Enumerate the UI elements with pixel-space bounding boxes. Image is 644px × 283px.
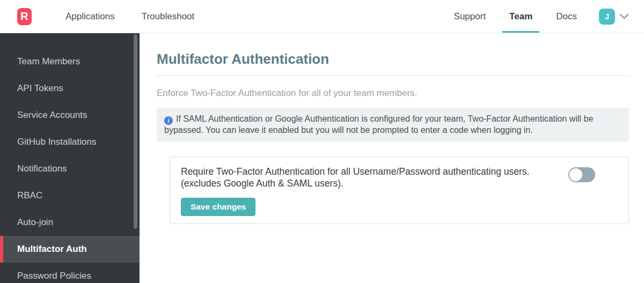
mfa-requirement-line1: Require Two-Factor Authentication for al… [181, 166, 529, 177]
main-content: Multifactor Authentication Enforce Two-F… [140, 33, 644, 283]
avatar[interactable]: J [599, 9, 615, 25]
nav-item-troubleshoot[interactable]: Troubleshoot [135, 0, 202, 33]
sidebar-item-notifications[interactable]: Notifications [0, 155, 140, 182]
chevron-down-icon[interactable] [619, 13, 629, 20]
nav-item-team[interactable]: Team [502, 0, 539, 33]
page-description: Enforce Two-Factor Authentication for al… [157, 88, 629, 99]
sidebar-item-auto-join[interactable]: Auto-join [0, 209, 140, 236]
mfa-toggle-knob [569, 168, 582, 181]
title-divider [157, 75, 629, 76]
nav-left: Applications Troubleshoot [58, 0, 214, 33]
sidebar-item-service-accounts[interactable]: Service Accounts [0, 102, 140, 129]
nav-item-applications[interactable]: Applications [58, 0, 122, 33]
nav-item-support[interactable]: Support [447, 0, 493, 33]
sidebar-scrollbar[interactable] [134, 34, 137, 229]
mfa-requirement-label: Require Two-Factor Authentication for al… [181, 166, 529, 189]
sidebar-item-github-installations[interactable]: GitHub Installations [0, 129, 140, 155]
info-banner-text: If SAML Authentication or Google Authent… [164, 114, 593, 135]
top-nav: R Applications Troubleshoot Support Team… [0, 0, 644, 33]
nav-item-docs[interactable]: Docs [549, 0, 584, 33]
page-title: Multifactor Authentication [157, 51, 629, 67]
sidebar: Team Members API Tokens Service Accounts… [0, 33, 140, 283]
mfa-settings-card: Require Two-Factor Authentication for al… [170, 157, 629, 224]
sidebar-item-multifactor-auth[interactable]: Multifactor Auth [0, 236, 140, 263]
info-icon: i [164, 116, 173, 125]
sidebar-item-password-policies[interactable]: Password Policies [0, 263, 140, 283]
sidebar-item-team-members[interactable]: Team Members [0, 48, 140, 75]
save-changes-button[interactable]: Save changes [181, 198, 255, 216]
sidebar-item-api-tokens[interactable]: API Tokens [0, 75, 140, 102]
sidebar-item-rbac[interactable]: RBAC [0, 182, 140, 209]
nav-right: Support Team Docs J [447, 0, 629, 33]
rollbar-logo[interactable]: R [17, 8, 32, 25]
mfa-toggle[interactable] [568, 167, 595, 182]
mfa-requirement-line2: (excludes Google Auth & SAML users). [181, 177, 529, 189]
info-banner: iIf SAML Authentication or Google Authen… [157, 108, 629, 142]
